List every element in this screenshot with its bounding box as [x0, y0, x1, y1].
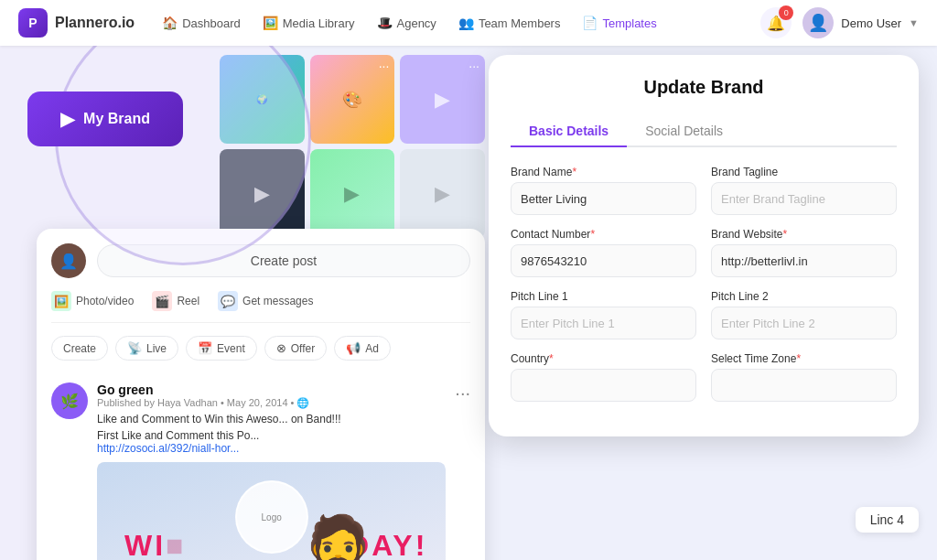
brand-tagline-input[interactable] — [711, 182, 897, 215]
tab-basic-details[interactable]: Basic Details — [511, 116, 627, 147]
agency-icon: 🎩 — [377, 16, 393, 30]
feed-more-button[interactable]: ··· — [455, 382, 470, 404]
offer-icon: ⊗ — [276, 341, 286, 355]
nav-right: 🔔 0 👤 Demo User ▼ — [760, 7, 919, 38]
post-type-buttons: Create 📡 Live 📅 Event ⊗ Offer 📢 Ad — [51, 336, 470, 361]
team-icon: 👥 — [458, 16, 474, 30]
create-post-button[interactable]: Create post — [97, 244, 470, 277]
logo[interactable]: P Plannero.io — [18, 8, 135, 38]
pitch-line2-input[interactable] — [711, 307, 897, 339]
media-thumb-5[interactable]: ▶ — [310, 149, 395, 238]
nav-dashboard[interactable]: 🏠 Dashboard — [162, 16, 241, 30]
media-icon-1: 🌍 — [253, 91, 271, 108]
live-label: Live — [146, 342, 167, 355]
feed-link[interactable]: http://zosoci.al/392/niall-hor... — [97, 442, 446, 455]
nav-links: 🏠 Dashboard 🖼️ Media Library 🎩 Agency 👥 … — [162, 16, 733, 30]
photo-video-action[interactable]: 🖼️ Photo/video — [51, 291, 134, 311]
notification-button[interactable]: 🔔 0 — [760, 7, 792, 38]
post-panel: 👤 Create post 🖼️ Photo/video 🎬 Reel 💬 Ge… — [37, 229, 485, 560]
play-icon-6: ▶ — [435, 182, 450, 206]
reel-action[interactable]: 🎬 Reel — [152, 291, 199, 311]
main-content: ▶ My Brand + Add New Brand 🌍 ··· 🎨 ··· ▶… — [0, 46, 937, 560]
tab-social-details[interactable]: Social Details — [627, 116, 741, 147]
pitch-line2-field: Pitch Line 2 — [711, 290, 897, 339]
feed-name: Go green — [97, 382, 446, 397]
play-icon-4: ▶ — [254, 182, 270, 206]
post-avatar: 👤 — [51, 243, 86, 278]
form-row-1: Brand Name* Brand Tagline — [511, 166, 897, 215]
create-button[interactable]: Create — [51, 336, 108, 361]
modal-tabs: Basic Details Social Details — [511, 116, 897, 147]
brand-website-input[interactable] — [711, 244, 897, 277]
linc-label: Linc 4 — [856, 507, 919, 533]
post-header: 👤 Create post — [51, 243, 470, 278]
illustration: 🧔 — [304, 517, 372, 560]
logo-overlay-text: Logo — [262, 512, 282, 522]
media-thumb-6[interactable]: ▶ — [400, 149, 485, 238]
media-grid: 🌍 ··· 🎨 ··· ▶ ▶ ▶ ▶ — [210, 46, 494, 247]
brand-tagline-field: Brand Tagline — [711, 166, 897, 215]
linc-text: Linc 4 — [870, 512, 904, 527]
live-icon: 📡 — [127, 341, 142, 355]
feed-text: Like and Comment to Win this Aweso... on… — [97, 413, 446, 425]
feed-item: 🌿 Go green Published by Haya Vadhan • Ma… — [51, 373, 470, 560]
nav-templates[interactable]: 📄 Templates — [582, 16, 656, 30]
navbar: P Plannero.io 🏠 Dashboard 🖼️ Media Libra… — [0, 0, 937, 46]
tab-social-details-label: Social Details — [645, 124, 723, 138]
pitch-line1-field: Pitch Line 1 — [511, 290, 696, 339]
ad-label: Ad — [365, 342, 379, 355]
media-icon-2: 🎨 — [342, 90, 362, 110]
nav-media[interactable]: 🖼️ Media Library — [263, 16, 355, 30]
media-thumb-4[interactable]: ▶ — [220, 149, 305, 238]
event-button[interactable]: 📅 Event — [186, 336, 257, 361]
country-input[interactable] — [511, 369, 696, 402]
brand-name-input[interactable] — [511, 182, 696, 215]
brand-tagline-label: Brand Tagline — [711, 166, 897, 178]
create-label: Create — [63, 342, 96, 355]
event-label: Event — [217, 342, 245, 355]
photo-video-icon: 🖼️ — [51, 291, 71, 311]
nav-team[interactable]: 👥 Team Members — [458, 16, 561, 30]
tab-basic-details-label: Basic Details — [529, 124, 609, 138]
pitch-line2-label: Pitch Line 2 — [711, 290, 897, 303]
reel-label: Reel — [177, 295, 199, 307]
brand-website-label: Brand Website* — [711, 228, 897, 241]
offer-label: Offer — [291, 342, 315, 355]
my-brand-label: My Brand — [83, 111, 150, 127]
home-icon: 🏠 — [162, 16, 178, 30]
ad-button[interactable]: 📢 Ad — [334, 336, 391, 361]
contact-number-field: Contact Number* — [511, 228, 696, 277]
offer-button[interactable]: ⊗ Offer — [264, 336, 327, 361]
nav-agency-label: Agency — [397, 16, 436, 30]
templates-icon: 📄 — [582, 16, 598, 30]
user-menu[interactable]: 👤 Demo User ▼ — [802, 7, 919, 38]
media-thumb-2[interactable]: ··· 🎨 — [310, 55, 395, 144]
media-dots-2: ··· — [379, 59, 390, 73]
modal-title: Update Brand — [511, 77, 897, 98]
live-button[interactable]: 📡 Live — [115, 336, 178, 361]
media-thumb-1[interactable]: 🌍 — [220, 55, 305, 144]
feed-content: Go green Published by Haya Vadhan • May … — [97, 382, 446, 560]
form-row-2: Contact Number* Brand Website* — [511, 228, 897, 277]
post-actions: 🖼️ Photo/video 🎬 Reel 💬 Get messages — [51, 291, 470, 323]
messages-action[interactable]: 💬 Get messages — [218, 291, 313, 311]
feed-avatar: 🌿 — [51, 382, 88, 419]
update-brand-modal: Update Brand Basic Details Social Detail… — [489, 55, 919, 436]
reel-icon: 🎬 — [152, 291, 172, 311]
nav-agency[interactable]: 🎩 Agency — [377, 16, 436, 30]
media-thumb-3[interactable]: ··· ▶ — [400, 55, 485, 144]
timezone-input[interactable] — [711, 369, 897, 402]
media-dots-3: ··· — [468, 59, 479, 73]
play-icon: ▶ — [60, 108, 74, 130]
contact-number-input[interactable] — [511, 244, 696, 277]
media-icon: 🖼️ — [263, 16, 278, 30]
messages-icon: 💬 — [218, 291, 238, 311]
my-brand-button[interactable]: ▶ My Brand — [27, 92, 183, 146]
feed-text2: First Like and Comment this Po... — [97, 429, 446, 442]
create-post-label: Create post — [251, 253, 317, 268]
timezone-label: Select Time Zone* — [711, 352, 897, 365]
brand-name-label: Brand Name* — [511, 166, 696, 178]
pitch-line1-input[interactable] — [511, 307, 696, 339]
nav-templates-label: Templates — [602, 16, 656, 30]
brand-name-field: Brand Name* — [511, 166, 696, 215]
